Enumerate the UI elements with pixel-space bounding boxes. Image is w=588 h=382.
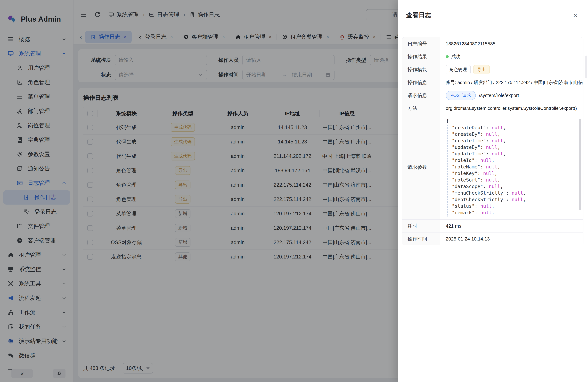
detail-row-request: 请求信息 POST请求 /system/role/export [402,89,583,102]
json-line: { [446,118,577,124]
log-id-value: 1882612840802115585 [440,37,583,50]
drawer-title: 查看日志 [406,11,431,19]
json-line: "deptCheckStrictly": null, [446,196,577,203]
json-line: "createDept": null, [446,124,577,131]
module-tag: 角色管理 [446,65,471,74]
request-url: /system/role/export [479,93,519,98]
op-info-value: 账号: admin / 研发部门 / 222.175.114.242 / 中国|… [440,76,583,89]
detail-row-op-info: 操作信息 账号: admin / 研发部门 / 222.175.114.242 … [402,76,583,89]
drawer-scrollbar[interactable] [585,56,587,78]
log-detail-table: 日志编号 1882612840802115585 操作结果 成功 操作模块 角色… [402,37,583,245]
close-icon[interactable]: × [573,11,578,19]
detail-row-method: 方法 org.dromara.system.controller.system.… [402,102,583,115]
success-dot-icon [446,55,449,58]
op-time-value: 2025-01-24 10:14:13 [440,233,583,245]
json-line: "menuCheckStrictly": null, [446,190,577,196]
code-scrollbar[interactable] [579,119,581,210]
json-line: "roleSort": null, [446,177,577,183]
detail-row-log-id: 日志编号 1882612840802115585 [402,37,583,50]
view-log-drawer: 查看日志 × 日志编号 1882612840802115585 操作结果 成功 … [398,0,588,382]
result-text: 成功 [451,53,461,60]
json-line: "createBy": null, [446,131,577,137]
json-line: "remark": null, [446,209,577,216]
cost-value: 421 ms [440,220,583,232]
action-tag: 导出 [474,65,489,74]
json-line: "roleKey": null, [446,170,577,177]
detail-row-time: 操作时间 2025-01-24 10:14:13 [402,233,583,245]
drawer-header: 查看日志 × [398,0,588,30]
json-line: "status": null, [446,203,577,209]
request-params-json[interactable]: { "createDept": null, "createBy": null, … [440,115,583,219]
json-line: "dataScope": null, [446,183,577,190]
json-line: "updateTime": null, [446,150,577,157]
detail-row-result: 操作结果 成功 [402,50,583,63]
json-line: "roleName": null, [446,164,577,170]
detail-row-module: 操作模块 角色管理 导出 [402,63,583,76]
method-value: org.dromara.system.controller.system.Sys… [440,102,583,115]
detail-row-cost: 耗时 421 ms [402,220,583,233]
json-line: "updateBy": null, [446,144,577,150]
json-line: "roleId": null, [446,157,577,164]
detail-row-params: 请求参数 { "createDept": null, "createBy": n… [402,115,583,220]
post-request-badge: POST请求 [446,91,476,100]
indent-guide [447,125,448,216]
json-line: "createTime": null, [446,137,577,144]
